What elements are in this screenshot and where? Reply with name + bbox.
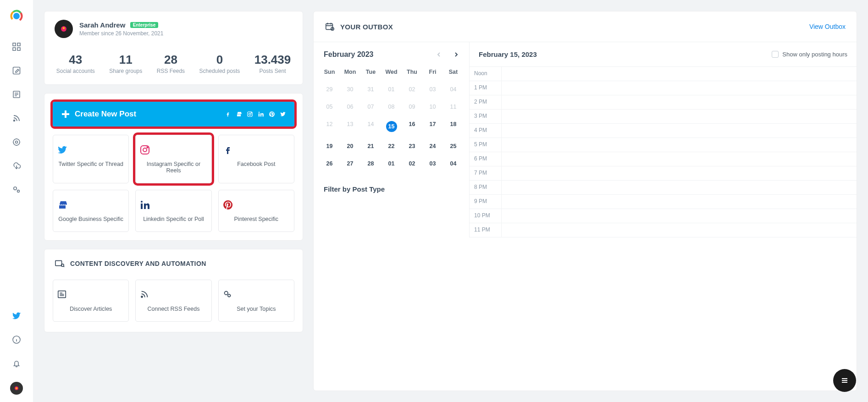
slot-cell[interactable] [502, 67, 857, 81]
discovery-tile[interactable]: Discover Articles [53, 280, 129, 322]
slot-cell[interactable] [502, 138, 857, 152]
calendar-month: February 2023 [324, 50, 374, 59]
time-slot[interactable]: 2 PM [470, 95, 857, 110]
discovery-tile[interactable]: Connect RSS Feeds [135, 280, 211, 322]
calendar-day[interactable]: 28 [360, 155, 381, 172]
slot-cell[interactable] [502, 95, 857, 109]
time-slot[interactable]: 5 PM [470, 138, 857, 152]
calendar-day[interactable]: 29 [319, 81, 340, 98]
calendar-day[interactable]: 20 [340, 138, 360, 155]
calendar-day[interactable]: 10 [422, 98, 443, 116]
calendar-day[interactable]: 14 [360, 116, 381, 138]
svg-rect-34 [326, 24, 333, 30]
calendar-day[interactable]: 26 [319, 155, 340, 172]
view-outbox-link[interactable]: View Outbox [809, 23, 846, 30]
create-post-button[interactable]: Create New Post [53, 102, 294, 127]
svg-rect-28 [55, 261, 62, 266]
nav-info-icon[interactable] [11, 334, 22, 345]
calendar-day[interactable]: 12 [319, 116, 340, 138]
calendar-day[interactable]: 11 [443, 98, 464, 116]
nav-user-avatar[interactable] [10, 382, 23, 395]
calendar-day[interactable]: 09 [402, 98, 422, 116]
time-slot[interactable]: 1 PM [470, 81, 857, 95]
show-only-posting-toggle[interactable]: Show only posting hours [772, 51, 847, 58]
calendar-day[interactable]: 01 [381, 155, 402, 172]
calendar-day[interactable]: 22 [381, 138, 402, 155]
calendar-day[interactable]: 01 [381, 81, 402, 98]
time-slot[interactable]: 8 PM [470, 181, 857, 195]
prev-month-button[interactable] [436, 52, 442, 57]
calendar-day[interactable]: 18 [443, 116, 464, 138]
nav-dashboard-icon[interactable] [11, 41, 22, 52]
svg-point-11 [17, 190, 20, 193]
calendar-day[interactable]: 21 [360, 138, 381, 155]
calendar-day[interactable]: 15 [381, 116, 402, 138]
stat-item: 11Share groups [109, 53, 142, 74]
nav-download-icon[interactable] [11, 160, 22, 171]
post-type-tile[interactable]: Twitter Specific or Thread [53, 135, 129, 183]
calendar-day[interactable]: 23 [402, 138, 422, 155]
calendar-day[interactable]: 17 [422, 116, 443, 138]
post-type-tile[interactable]: Google Business Specific [53, 190, 129, 232]
calendar-day[interactable]: 27 [340, 155, 360, 172]
nav-posts-icon[interactable] [11, 89, 22, 100]
calendar-day[interactable]: 03 [422, 155, 443, 172]
slot-cell[interactable] [502, 152, 857, 166]
calendar-day[interactable]: 05 [319, 98, 340, 116]
time-slot[interactable]: 7 PM [470, 166, 857, 181]
time-slot[interactable]: 9 PM [470, 195, 857, 209]
calendar-day[interactable]: 04 [443, 81, 464, 98]
time-slot[interactable]: Noon [470, 67, 857, 81]
svg-point-7 [14, 120, 15, 121]
slot-cell[interactable] [502, 124, 857, 138]
hour-label: 3 PM [470, 110, 502, 123]
svg-rect-3 [13, 48, 16, 50]
social-icons-row [225, 111, 286, 117]
next-month-button[interactable] [453, 52, 459, 57]
discovery-tile-label: Discover Articles [57, 306, 125, 312]
calendar-day[interactable]: 04 [443, 155, 464, 172]
calendar-day[interactable]: 24 [422, 138, 443, 155]
time-slot[interactable]: 3 PM [470, 110, 857, 124]
time-slot[interactable]: 11 PM [470, 223, 857, 237]
calendar-day[interactable]: 13 [340, 116, 360, 138]
calendar-day[interactable]: 07 [360, 98, 381, 116]
calendar-day[interactable]: 02 [402, 81, 422, 98]
tile-label: Facebook Post [222, 161, 290, 167]
calendar-day[interactable]: 03 [422, 81, 443, 98]
slot-cell[interactable] [502, 195, 857, 209]
post-type-tile[interactable]: Pinterest Specific [218, 190, 294, 232]
time-slot[interactable]: 10 PM [470, 209, 857, 223]
svg-rect-21 [259, 113, 260, 116]
nav-compose-icon[interactable] [11, 65, 22, 76]
nav-settings-icon[interactable] [11, 184, 22, 195]
instagram-icon [247, 111, 253, 117]
slot-cell[interactable] [502, 209, 857, 223]
slot-cell[interactable] [502, 181, 857, 194]
post-type-tile[interactable]: Instagram Specific or Reels [135, 135, 211, 183]
calendar-day[interactable]: 08 [381, 98, 402, 116]
calendar-dow: Fri [422, 66, 443, 81]
discovery-tile[interactable]: Set your Topics [218, 280, 294, 322]
calendar-day[interactable]: 30 [340, 81, 360, 98]
slot-cell[interactable] [502, 81, 857, 95]
time-slot[interactable]: 4 PM [470, 124, 857, 138]
nav-twitter-icon[interactable] [11, 310, 22, 321]
slot-cell[interactable] [502, 166, 857, 180]
slot-cell[interactable] [502, 223, 857, 237]
nav-bell-icon[interactable] [11, 358, 22, 369]
post-type-tile[interactable]: Linkedin Specific or Poll [135, 190, 211, 232]
calendar-day[interactable]: 19 [319, 138, 340, 155]
post-type-tile[interactable]: Facebook Post [218, 135, 294, 183]
nav-automation-icon[interactable] [11, 137, 22, 148]
nav-rss-icon[interactable] [11, 113, 22, 124]
fab-menu-button[interactable] [833, 369, 856, 392]
calendar-icon [325, 22, 335, 32]
calendar-day[interactable]: 02 [402, 155, 422, 172]
time-slot[interactable]: 6 PM [470, 152, 857, 166]
calendar-day[interactable]: 25 [443, 138, 464, 155]
calendar-day[interactable]: 16 [402, 116, 422, 138]
calendar-day[interactable]: 06 [340, 98, 360, 116]
calendar-day[interactable]: 31 [360, 81, 381, 98]
slot-cell[interactable] [502, 110, 857, 123]
